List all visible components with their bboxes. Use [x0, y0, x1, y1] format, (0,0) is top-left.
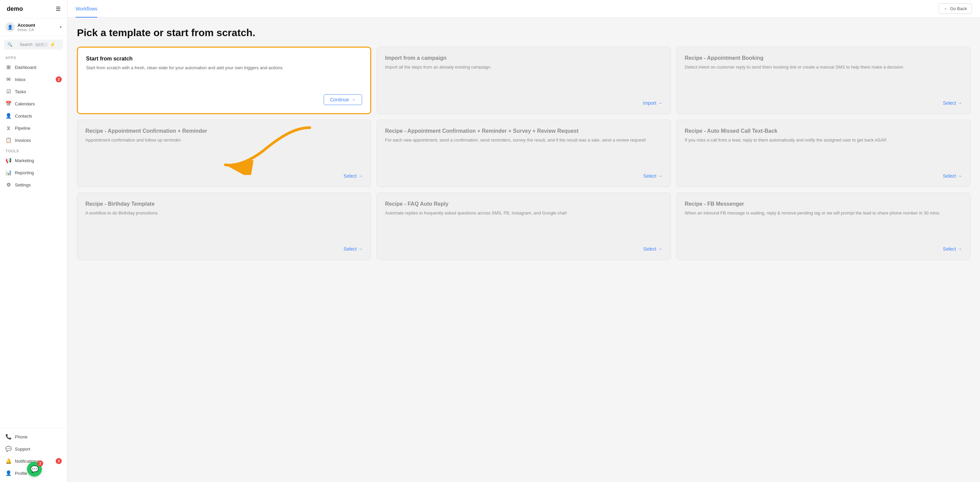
sidebar-item-reporting[interactable]: 📊 Reporting	[0, 166, 67, 179]
account-name: Account	[18, 22, 57, 28]
calendars-icon: 📅	[5, 101, 11, 107]
invoices-icon: 📋	[5, 137, 11, 143]
template-card-birthday[interactable]: Recipe - Birthday Template A workflow to…	[77, 193, 371, 260]
select-link[interactable]: Select →	[643, 173, 662, 179]
template-card-import-campaign[interactable]: Import from a campaign Import all the st…	[377, 46, 671, 114]
sidebar-item-inbox[interactable]: ✉ Inbox 2	[0, 73, 67, 85]
continue-label: Continue	[330, 97, 349, 102]
select-link[interactable]: Select →	[943, 246, 962, 252]
search-label: Search	[19, 42, 32, 47]
card-title: Recipe - Auto Missed Call Text-Back	[685, 128, 962, 134]
go-back-arrow-icon: ←	[943, 6, 948, 11]
card-description: Detect intent on customer reply to send …	[685, 64, 962, 94]
contacts-icon: 👤	[5, 113, 11, 119]
sidebar-item-label: Contacts	[15, 113, 32, 118]
select-arrow-icon: →	[958, 173, 962, 179]
main-content: Workflows ← Go Back Pick a template or s…	[67, 0, 980, 482]
template-grid: Start from scratch Start from scratch wi…	[77, 46, 970, 260]
card-title: Recipe - Appointment Confirmation + Remi…	[85, 128, 363, 134]
import-label: Import	[643, 100, 656, 106]
card-action: Select →	[85, 173, 363, 179]
import-link[interactable]: Import →	[643, 100, 662, 106]
sidebar-item-tasks[interactable]: ☑ Tasks	[0, 85, 67, 97]
sidebar-item-calendars[interactable]: 📅 Calendars	[0, 97, 67, 110]
select-arrow-icon: →	[658, 173, 662, 179]
card-description: A workflow to do Birthday promotions	[85, 210, 363, 239]
sidebar-item-label: Phone	[15, 434, 28, 439]
sidebar-item-pipeline[interactable]: ⧖ Pipeline	[0, 122, 67, 134]
card-title: Import from a campaign	[385, 55, 662, 61]
import-arrow-icon: →	[658, 100, 662, 106]
sidebar-item-label: Support	[15, 447, 30, 452]
continue-button[interactable]: Continue →	[324, 94, 362, 105]
card-title: Start from scratch	[86, 56, 362, 62]
sidebar-item-label: Settings	[15, 182, 31, 187]
go-back-label: Go Back	[950, 6, 967, 11]
sidebar: demo ☰ 👤 Account Irvine, CA ▾ 🔍 Search c…	[0, 0, 67, 482]
card-action: Select →	[685, 100, 962, 106]
inbox-icon: ✉	[5, 77, 11, 82]
sidebar-item-phone[interactable]: 📞 Phone	[0, 431, 67, 443]
sidebar-account[interactable]: 👤 Account Irvine, CA ▾	[0, 18, 67, 36]
select-link[interactable]: Select →	[344, 173, 363, 179]
card-title: Recipe - FAQ Auto Reply	[385, 201, 662, 207]
tools-section-label: Tools	[0, 146, 67, 154]
search-shortcut: ctrl K	[34, 43, 47, 47]
sidebar-item-dashboard[interactable]: ⊞ Dashboard	[0, 61, 67, 73]
pipeline-icon: ⧖	[5, 125, 11, 131]
sidebar-search[interactable]: 🔍 Search ctrl K ⚡	[4, 40, 63, 49]
template-card-appt-confirm-survey[interactable]: Recipe - Appointment Confirmation + Remi…	[377, 120, 671, 187]
tab-workflows-label: Workflows	[76, 6, 97, 11]
card-description: Automate replies to frequently asked que…	[385, 210, 662, 239]
template-card-scratch[interactable]: Start from scratch Start from scratch wi…	[77, 46, 371, 114]
logo-text: demo	[7, 5, 23, 13]
sidebar-item-settings[interactable]: ⚙ Settings	[0, 179, 67, 191]
card-title: Recipe - FB Messenger	[685, 201, 962, 207]
search-icon: 🔍	[8, 42, 18, 47]
select-label: Select	[943, 100, 956, 106]
select-link[interactable]: Select →	[643, 246, 662, 252]
phone-icon: 📞	[5, 434, 11, 440]
template-card-fb-messenger[interactable]: Recipe - FB Messenger When an inbound FB…	[676, 193, 970, 260]
template-card-auto-missed-call[interactable]: Recipe - Auto Missed Call Text-Back If y…	[676, 120, 970, 187]
card-title: Recipe - Appointment Confirmation + Remi…	[385, 128, 662, 134]
chat-widget[interactable]: 💬 3	[27, 462, 42, 477]
template-card-faq-auto-reply[interactable]: Recipe - FAQ Auto Reply Automate replies…	[377, 193, 671, 260]
select-link[interactable]: Select →	[344, 246, 363, 252]
sidebar-item-marketing[interactable]: 📢 Marketing	[0, 154, 67, 166]
sidebar-item-invoices[interactable]: 📋 Invoices	[0, 134, 67, 146]
card-action: Select →	[85, 246, 363, 252]
select-label: Select	[943, 246, 956, 252]
continue-arrow-icon: →	[351, 97, 356, 102]
sidebar-item-label: Dashboard	[15, 65, 37, 70]
profile-icon: 👤	[5, 470, 11, 476]
dashboard-icon: ⊞	[5, 64, 11, 70]
template-card-appointment-booking[interactable]: Recipe - Appointment Booking Detect inte…	[676, 46, 970, 114]
select-label: Select	[643, 173, 656, 179]
select-label: Select	[943, 173, 956, 179]
card-action: Select →	[385, 173, 662, 179]
page-title: Pick a template or start from scratch.	[77, 27, 970, 38]
select-arrow-icon: →	[958, 100, 962, 106]
select-arrow-icon: →	[958, 246, 962, 252]
go-back-button[interactable]: ← Go Back	[939, 3, 972, 14]
card-action: Select →	[685, 173, 962, 179]
tab-workflows[interactable]: Workflows	[76, 1, 97, 18]
account-location: Irvine, CA	[18, 28, 57, 32]
reporting-icon: 📊	[5, 169, 11, 176]
select-link[interactable]: Select →	[943, 173, 962, 179]
select-label: Select	[344, 246, 357, 252]
menu-icon[interactable]: ☰	[56, 6, 60, 12]
card-description: Import all the steps from an already exi…	[385, 64, 662, 94]
card-action: Select →	[685, 246, 962, 252]
sidebar-item-label: Pipeline	[15, 126, 30, 131]
support-icon: 💬	[5, 446, 11, 452]
sidebar-item-support[interactable]: 💬 Support	[0, 443, 67, 455]
sidebar-item-contacts[interactable]: 👤 Contacts	[0, 110, 67, 122]
account-avatar: 👤	[5, 22, 15, 32]
account-info: Account Irvine, CA	[18, 22, 57, 32]
chat-widget-badge: 3	[37, 460, 43, 466]
select-link[interactable]: Select →	[943, 100, 962, 106]
template-card-appt-confirm-reminder[interactable]: Recipe - Appointment Confirmation + Remi…	[77, 120, 371, 187]
marketing-icon: 📢	[5, 157, 11, 163]
